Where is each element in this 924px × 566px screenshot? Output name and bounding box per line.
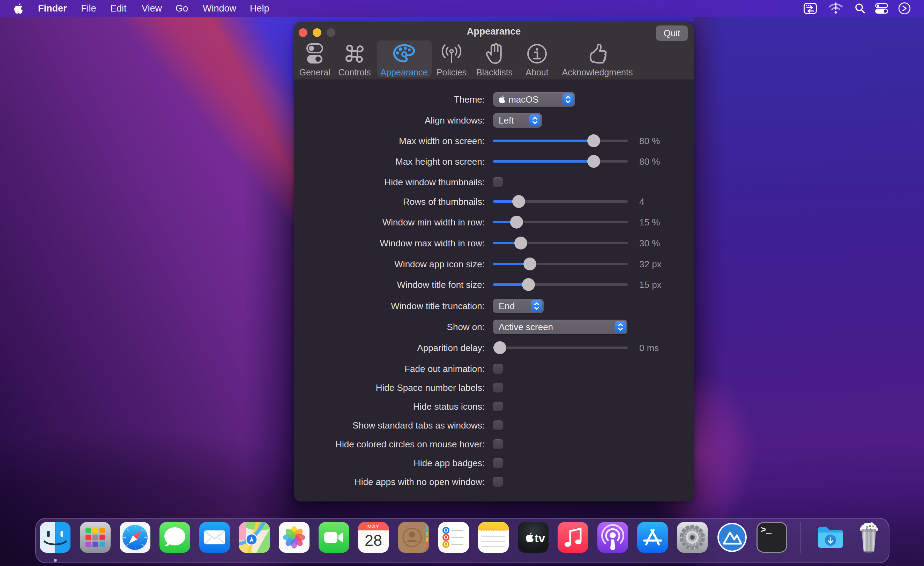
svg-text:tv: tv — [535, 531, 545, 545]
